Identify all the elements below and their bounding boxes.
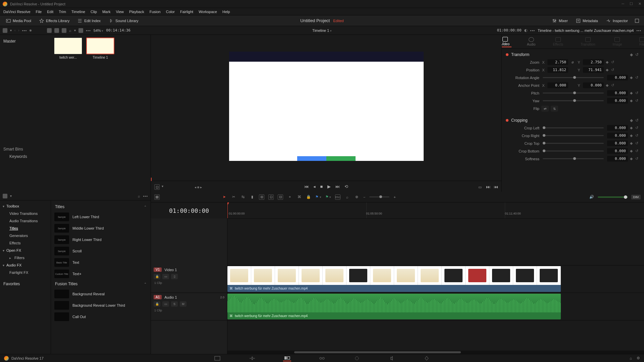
match-frame-dropdown-icon[interactable]: ▾ <box>162 184 163 190</box>
crop-left-kf-icon[interactable]: ◆ <box>630 126 633 130</box>
anchor-kf-icon[interactable]: ◆ <box>606 83 609 87</box>
menu-workspace[interactable]: Workspace <box>196 10 220 14</box>
nav-generators[interactable]: Generators <box>0 232 51 239</box>
viewer-mode-icon[interactable]: ▭ <box>477 184 483 190</box>
dynamic-trim-icon[interactable]: ⇆ <box>240 194 246 200</box>
inspector-toggle[interactable]: Inspector <box>603 17 631 24</box>
stop-button[interactable]: ■ <box>320 184 323 189</box>
metadata-toggle[interactable]: Metadata <box>573 17 601 24</box>
inspector-tab-transition[interactable]: Transition <box>579 37 597 47</box>
media-page-button[interactable] <box>213 355 221 361</box>
pitch-input[interactable]: 0.000 <box>607 90 628 96</box>
crop-right-kf-icon[interactable]: ◆ <box>630 133 633 138</box>
fairlight-page-button[interactable] <box>388 355 396 361</box>
v1-badge[interactable]: V1 <box>154 267 162 272</box>
loop-button[interactable]: ⟲ <box>344 184 348 189</box>
crop-right-slider[interactable] <box>543 135 604 136</box>
trim-tool-icon[interactable]: ✂ <box>231 194 236 200</box>
crop-left-input[interactable]: 0.000 <box>607 125 628 131</box>
zoom-reset-icon[interactable]: ↺ <box>611 60 616 64</box>
menu-file[interactable]: File <box>33 10 45 14</box>
cropping-keyframe-icon[interactable]: ◆ <box>630 118 633 123</box>
nav-audio-transitions[interactable]: Audio Transitions <box>0 217 51 225</box>
search-icon[interactable]: ⌕ <box>69 28 71 33</box>
flip-vertical-button[interactable]: ⇅ <box>551 106 558 112</box>
crop-left-reset-icon[interactable]: ↺ <box>635 126 640 130</box>
menu-davinci[interactable]: DaVinci Resolve <box>1 10 33 14</box>
replace-clip-icon[interactable]: ⊟ <box>278 194 283 200</box>
transform-enable-icon[interactable] <box>506 53 508 56</box>
timeline-zoom-slider[interactable] <box>369 196 389 197</box>
bin-master[interactable]: Master <box>3 38 48 45</box>
audio-track-header[interactable]: A1 Audio 1 2.0 🔒 ▭ S M 1 Clip <box>151 293 227 320</box>
lock-icon[interactable]: 🔒 <box>306 194 311 200</box>
snap-icon[interactable]: ⌖ <box>287 194 292 200</box>
title-scroll[interactable]: SampleScroll <box>51 245 151 257</box>
range-tool-icon[interactable]: ▭⌕ <box>335 194 340 200</box>
list-view-icon[interactable] <box>47 28 52 33</box>
menu-mark[interactable]: Mark <box>100 10 113 14</box>
zoom-tool-icon[interactable]: ⌕ <box>344 194 350 200</box>
a1-auto-select-icon[interactable]: ▭ <box>162 301 169 307</box>
sort-icon[interactable] <box>78 28 83 33</box>
effects-options-icon[interactable]: ••• <box>143 194 148 198</box>
home-button[interactable]: ⌂ <box>630 356 632 360</box>
zoom-kf-icon[interactable]: ◆ <box>606 60 609 64</box>
scrubber-playhead-icon[interactable] <box>151 178 152 181</box>
crop-top-kf-icon[interactable]: ◆ <box>630 141 633 145</box>
viewer-canvas[interactable] <box>229 52 424 161</box>
prev-edit-icon[interactable]: ◂ <box>195 185 196 189</box>
title-right-lower-third[interactable]: SampleRight Lower Third <box>51 234 151 245</box>
blade-tool-icon[interactable]: ▮ <box>250 194 255 200</box>
cut-page-button[interactable] <box>248 355 256 361</box>
crop-right-reset-icon[interactable]: ↺ <box>635 133 640 138</box>
menu-color[interactable]: Color <box>163 10 177 14</box>
a1-lock-icon[interactable]: 🔒 <box>154 301 160 307</box>
nav-audiofx[interactable]: ▾Audio FX <box>0 261 51 269</box>
zoom-link-icon[interactable]: ⌀ <box>570 60 575 64</box>
viewer-options-icon[interactable]: ••• <box>530 28 535 33</box>
transform-keyframe-icon[interactable]: ◆ <box>630 52 633 57</box>
viewer-scrubber[interactable] <box>151 178 501 181</box>
video-track-header[interactable]: V1 Video 1 🔒 ▭ ▯ 1 Clip <box>151 265 227 293</box>
menu-timeline[interactable]: Timeline <box>69 10 88 14</box>
pos-kf-icon[interactable]: ◆ <box>606 68 609 72</box>
zoom-x-input[interactable]: 2.750 <box>547 59 568 65</box>
crop-top-slider[interactable] <box>543 143 604 144</box>
a1-badge[interactable]: A1 <box>154 295 162 299</box>
media-timeline-thumb[interactable]: Timeline 1 <box>86 38 115 59</box>
flag-dropdown[interactable]: ⚑ <box>315 195 321 199</box>
nav-titles[interactable]: Titles <box>0 225 51 232</box>
titles-category[interactable]: Titles⌃ <box>51 202 151 211</box>
pos-reset-icon[interactable]: ↺ <box>611 68 616 72</box>
media-clip-thumb[interactable]: twitch wer... <box>54 38 83 59</box>
pool-options-icon[interactable]: ••• <box>86 28 91 33</box>
crop-left-slider[interactable] <box>543 127 604 128</box>
rotation-reset-icon[interactable]: ↺ <box>635 75 640 80</box>
timeline-tracks-area[interactable]: 01:00:00:00 01:05:50:00 01:11:40:00 ⌘twi… <box>227 202 644 354</box>
menu-fairlight[interactable]: Fairlight <box>177 10 196 14</box>
transform-header[interactable]: Transform ◆↺ <box>506 51 640 58</box>
a1-mute-button[interactable]: M <box>180 301 186 307</box>
nav-openfx[interactable]: ▾Open FX <box>0 247 51 254</box>
yaw-kf-icon[interactable]: ◆ <box>630 99 633 103</box>
crop-top-reset-icon[interactable]: ↺ <box>635 141 640 145</box>
v1-lock-icon[interactable]: 🔒 <box>154 274 160 279</box>
grid-view-icon[interactable] <box>54 28 59 33</box>
inspector-tab-file[interactable]: File <box>637 37 644 47</box>
zoom-y-input[interactable]: 2.750 <box>583 59 604 65</box>
timeline-ruler[interactable]: 01:00:00:00 01:05:50:00 01:11:40:00 <box>227 202 644 219</box>
selection-tool-icon[interactable]: ➤ <box>221 194 227 200</box>
mixer-toggle[interactable]: Mixer <box>549 17 571 24</box>
inspector-options-icon[interactable]: ••• <box>636 28 641 33</box>
inspector-tab-image[interactable]: Image <box>611 37 624 47</box>
effects-view-icon[interactable] <box>3 194 7 198</box>
project-settings-button[interactable]: ⚙ <box>637 356 640 360</box>
softness-reset-icon[interactable]: ↺ <box>635 157 640 161</box>
anchor-y-input[interactable]: 0.000 <box>583 82 604 88</box>
pitch-reset-icon[interactable]: ↺ <box>635 91 640 95</box>
nav-back-icon[interactable]: ‹ <box>14 28 15 32</box>
fusion-titles-category[interactable]: Fusion Titles⌃ <box>51 280 151 288</box>
yaw-input[interactable]: 0.000 <box>607 98 628 104</box>
bin-view-icon[interactable] <box>3 28 7 33</box>
